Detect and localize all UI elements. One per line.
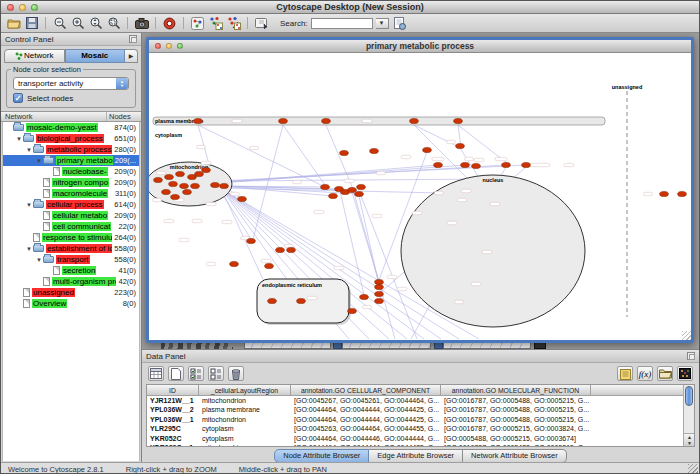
compartment-nucleus[interactable]: [401, 175, 585, 327]
network-node[interactable]: [194, 118, 203, 123]
tree-row-establishment-of-lo[interactable]: ▼establishment of lo558(0): [3, 243, 139, 254]
attribute-table-icon[interactable]: [148, 366, 164, 381]
open-folder-icon[interactable]: [6, 16, 21, 31]
network-node[interactable]: [171, 194, 180, 199]
tree-row-transport[interactable]: ▼transport558(0): [3, 254, 139, 265]
tree-row-nitrogen-compo[interactable]: nitrogen compo209(0): [3, 177, 139, 188]
tree-row-unassigned[interactable]: unassigned223(0): [3, 287, 139, 298]
network-node[interactable]: [180, 183, 189, 188]
network-node[interactable]: [370, 148, 379, 153]
expand-arrow-icon[interactable]: ▼: [25, 202, 33, 208]
expand-arrow-icon[interactable]: ▼: [35, 257, 43, 263]
table-row-YJR121W__1[interactable]: YJR121W__1mitochondrion[GO:0045267, GO:0…: [147, 396, 694, 405]
function-builder-icon[interactable]: f(x): [637, 366, 653, 381]
delete-attribute-icon[interactable]: [228, 366, 244, 381]
column-header-3[interactable]: annotation.GO MOLECULAR_FUNCTION: [441, 385, 591, 396]
network-node[interactable]: [169, 181, 178, 186]
network-node[interactable]: [348, 308, 357, 313]
network-node[interactable]: [202, 167, 211, 172]
network-node[interactable]: [461, 162, 470, 167]
node-color-dropdown[interactable]: transporter activity ▲▼: [13, 77, 129, 90]
zoom-icon[interactable]: [177, 43, 183, 49]
network-canvas[interactable]: plasma membranecytoplasmmitochondrionnuc…: [149, 53, 691, 340]
network-node[interactable]: [410, 118, 419, 123]
network-node[interactable]: [195, 171, 204, 176]
tree-row-overview[interactable]: Overview8(0): [3, 298, 139, 309]
network-node[interactable]: [276, 247, 285, 252]
network-node[interactable]: [191, 183, 200, 188]
tab-network-attribute-browser[interactable]: Network Attribute Browser: [463, 449, 567, 463]
network-node[interactable]: [238, 196, 247, 201]
network-node[interactable]: [423, 147, 432, 152]
network-node[interactable]: [375, 284, 384, 289]
import-attributes-icon[interactable]: [657, 366, 673, 381]
float-panel-icon[interactable]: [129, 35, 137, 43]
expand-arrow-icon[interactable]: ▼: [15, 136, 23, 142]
zoom-in-icon[interactable]: [70, 16, 85, 31]
network-node[interactable]: [360, 294, 369, 299]
tree-row-primary-metabo[interactable]: ▼primary metabo209(...: [3, 155, 139, 166]
scrollbar-thumb[interactable]: [685, 386, 693, 406]
network-node[interactable]: [357, 184, 366, 189]
network-node[interactable]: [678, 191, 687, 196]
network-node[interactable]: [434, 162, 443, 167]
minimize-icon[interactable]: [19, 4, 26, 11]
minimize-icon[interactable]: [166, 43, 172, 49]
network-node[interactable]: [340, 150, 349, 155]
table-row-YLR295C[interactable]: YLR295Ccytoplasm[GO:0045263, GO:0044464,…: [147, 424, 694, 433]
network-node[interactable]: [154, 177, 163, 182]
network-node[interactable]: [162, 189, 171, 194]
network-node[interactable]: [165, 174, 174, 179]
compartment-plasma-membrane[interactable]: [153, 117, 605, 125]
more-tabs-arrow-icon[interactable]: ▶: [125, 49, 138, 63]
tree-row-metabolic-process[interactable]: ▼metabolic process280(0): [3, 144, 139, 155]
create-network-view-icon[interactable]: [208, 16, 223, 31]
network-node[interactable]: [230, 261, 239, 266]
tree-row-mosaic-demo-yeast[interactable]: mosaic-demo-yeast874(0): [3, 122, 139, 133]
network-node[interactable]: [660, 191, 669, 196]
configure-search-icon[interactable]: [392, 16, 407, 31]
import-annotation-icon[interactable]: [254, 16, 269, 31]
table-row-YPL036W__1[interactable]: YPL036W__1mitochondrion[GO:0044464, GO:0…: [147, 415, 694, 424]
tree-row-cellular-process[interactable]: ▼cellular process614(0): [3, 199, 139, 210]
select-nodes-checkbox[interactable]: ✓: [13, 93, 23, 103]
network-node[interactable]: [502, 162, 511, 167]
tab-edge-attribute-browser[interactable]: Edge Attribute Browser: [369, 449, 463, 463]
tree-col-network[interactable]: Network: [1, 112, 107, 121]
tree-row-macromolecule[interactable]: macromolecule311(0): [3, 188, 139, 199]
zoom-out-icon[interactable]: [52, 16, 67, 31]
zoom-icon[interactable]: [31, 4, 38, 11]
unselect-attributes-icon[interactable]: [208, 366, 224, 381]
network-node[interactable]: [522, 162, 531, 167]
tree-col-nodes[interactable]: Nodes: [107, 112, 141, 121]
tab-node-attribute-browser[interactable]: Node Attribute Browser: [274, 449, 369, 463]
network-node[interactable]: [211, 182, 220, 187]
resize-grip-icon[interactable]: [682, 331, 691, 340]
network-node[interactable]: [375, 298, 384, 303]
select-attributes-icon[interactable]: [188, 366, 204, 381]
table-row-YDR039C__1[interactable]: YDR039C__1mitochondrion[GO:0044464, GO:0…: [147, 443, 694, 447]
network-node[interactable]: [375, 291, 384, 296]
network-node[interactable]: [176, 171, 185, 176]
network-overview-icon[interactable]: [190, 16, 205, 31]
network-node[interactable]: [454, 118, 463, 123]
expand-arrow-icon[interactable]: ▼: [25, 147, 33, 153]
close-icon[interactable]: [155, 43, 161, 49]
network-node[interactable]: [456, 143, 465, 148]
network-node[interactable]: [321, 184, 330, 189]
network-node[interactable]: [375, 279, 384, 284]
network-node[interactable]: [297, 298, 306, 303]
column-header-2[interactable]: annotation.GO CELLULAR_COMPONENT: [291, 385, 441, 396]
table-row-YPL036W__2[interactable]: YPL036W__2plasma membrane[GO:0044464, GO…: [147, 405, 694, 414]
network-node[interactable]: [348, 187, 357, 192]
tree-row-nucleobase-[interactable]: nucleobase-209(0): [3, 166, 139, 177]
tree-row-secretion[interactable]: secretion41(0): [3, 265, 139, 276]
column-header-1[interactable]: _cellularLayoutRegion: [199, 385, 291, 396]
window-resize-grip-icon[interactable]: [688, 464, 698, 474]
tab-mosaic[interactable]: Mosaic: [65, 49, 126, 63]
tree-row-multi-organism-pro[interactable]: multi-organism pro42(0): [3, 276, 139, 287]
search-dropdown-icon[interactable]: ▼: [376, 18, 389, 29]
zoom-selected-icon[interactable]: [106, 16, 121, 31]
close-icon[interactable]: [7, 4, 14, 11]
help-lifering-icon[interactable]: [162, 16, 177, 31]
